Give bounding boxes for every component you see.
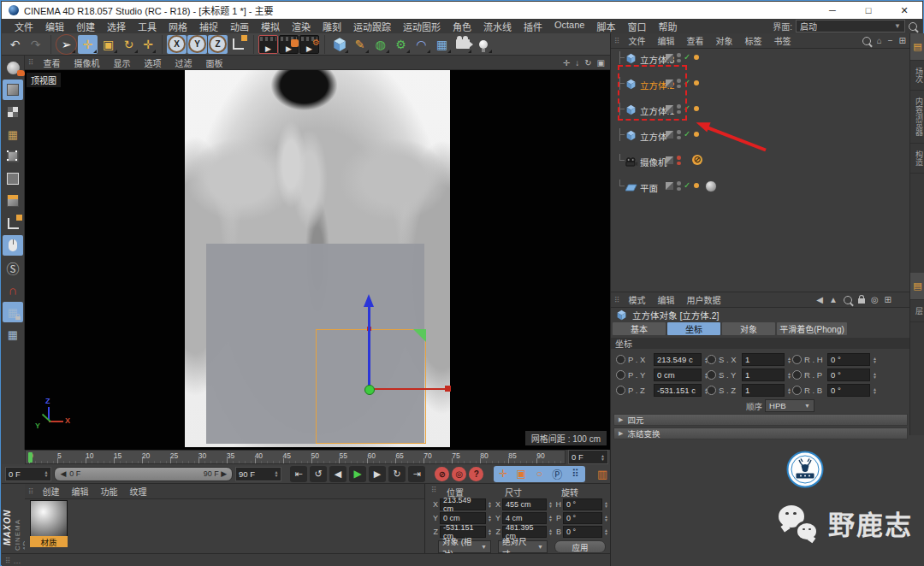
timeline-tick[interactable]: 85	[508, 451, 536, 463]
viewport-zoom-icon[interactable]: ↓	[575, 58, 579, 68]
menu-item[interactable]: 帮助	[652, 20, 683, 33]
key-rotation-button[interactable]: ○	[531, 467, 548, 481]
object-row-camera[interactable]: 摄像机 ⊘	[611, 154, 924, 167]
keyframe-circle[interactable]	[616, 370, 625, 380]
viewport-menu-item[interactable]: 查看	[37, 56, 68, 69]
camera-button[interactable]	[453, 35, 472, 54]
viewport-menu-item[interactable]: 摄像机	[68, 56, 107, 69]
timeline-tick[interactable]: 35	[227, 451, 255, 463]
stepper[interactable]: ▲▼	[488, 515, 492, 522]
minimize-button[interactable]: ─	[814, 2, 850, 19]
menu-item[interactable]: 编辑	[39, 20, 70, 33]
lock-z-axis-button[interactable]: Z	[208, 35, 228, 54]
material-menu-item[interactable]: 创建	[37, 485, 66, 498]
timeline-tick[interactable]: 80	[480, 451, 508, 463]
tab-coordinates[interactable]: 坐标	[667, 322, 720, 335]
keyframe-circle[interactable]	[792, 370, 802, 380]
timeline-scrubber[interactable]: ◀ 0 F 90 F ▶	[54, 467, 233, 481]
viewport-canvas[interactable]: Z X Y 顶视图 网格间距 : 100 cm	[25, 70, 610, 450]
timeline-tick[interactable]: 90	[536, 451, 565, 463]
scale-corner-handle[interactable]	[413, 329, 426, 342]
keyframe-circle[interactable]	[707, 386, 716, 395]
coord-size-x[interactable]: 455 cm	[502, 498, 547, 510]
key-pla-button[interactable]: ⠿	[567, 467, 583, 481]
edges-mode-button[interactable]	[3, 168, 23, 189]
z-axis-arrow[interactable]	[368, 306, 370, 389]
object-manager-menu-item[interactable]: 书签	[768, 34, 797, 47]
tag-dot-icon[interactable]	[694, 55, 699, 60]
timeline-tick[interactable]: 75	[452, 451, 480, 463]
key-parameter-button[interactable]: Ⓟ	[549, 467, 566, 481]
live-selection-tool[interactable]: ➢	[56, 34, 77, 55]
workplane-mode-button[interactable]: ▦	[3, 124, 23, 144]
history-up-icon[interactable]: ▲	[829, 295, 838, 304]
timeline-tick[interactable]: 55	[339, 451, 367, 463]
timeline-tick[interactable]: 30	[198, 451, 227, 463]
menu-item[interactable]: Octane	[548, 20, 590, 33]
maximize-button[interactable]: □	[850, 2, 886, 19]
enable-check-icon[interactable]: ✓	[684, 129, 690, 139]
start-frame-field[interactable]: 0 F▲▼	[5, 467, 51, 481]
apply-button[interactable]: 应用	[554, 540, 606, 553]
panel-grip[interactable]: ⠿	[611, 296, 623, 304]
play-button[interactable]: ▶	[349, 466, 366, 482]
viewport-pan-icon[interactable]: ✛	[563, 58, 570, 68]
tab-takes[interactable]: 场次	[910, 61, 924, 91]
current-frame-marker[interactable]	[28, 452, 33, 463]
spline-pen-button[interactable]: ✎	[350, 35, 370, 54]
history-back-icon[interactable]: ◀	[816, 295, 823, 304]
end-frame-field[interactable]: 90 F▲▼	[235, 467, 281, 481]
menu-item[interactable]: 文件	[9, 20, 39, 33]
object-manager-menu-item[interactable]: 对象	[710, 34, 739, 47]
viewport-solo-button[interactable]	[3, 235, 23, 256]
keyframe-circle[interactable]	[616, 386, 625, 395]
menu-item[interactable]: 窗口	[621, 20, 652, 33]
x-axis-line[interactable]	[369, 388, 448, 390]
subdivision-surface-button[interactable]: ◍	[370, 35, 390, 54]
coord-rot-p[interactable]: 0 °	[563, 512, 602, 524]
menu-item[interactable]: 动画	[224, 20, 255, 33]
tab-content-browser[interactable]: 内容浏览器	[910, 91, 924, 144]
phong-tag-icon[interactable]	[705, 180, 717, 192]
target-icon[interactable]: ◎	[871, 295, 879, 304]
viewport-menu-item[interactable]: 过滤	[169, 56, 199, 69]
frame-field[interactable]: 0 F ▲▼	[568, 450, 608, 464]
timeline-tick[interactable]: 0	[29, 451, 57, 463]
attribute-menu-item[interactable]: 编辑	[652, 293, 681, 306]
layer-square-icon[interactable]	[666, 54, 673, 62]
viewport-menu-item[interactable]: 显示	[107, 56, 138, 69]
viewport-toggle-icon[interactable]: ▣	[597, 58, 605, 68]
keyframe-circle[interactable]	[707, 370, 716, 380]
stepper[interactable]: ▲▼	[787, 387, 791, 394]
tag-dot-icon[interactable]	[694, 183, 699, 188]
protection-tag-icon[interactable]: ⊘	[692, 155, 702, 165]
position-mode-dropdown[interactable]: 对象 (相对)▼	[438, 540, 491, 553]
attribute-menu-item[interactable]: 用户数据	[681, 293, 727, 306]
stepper[interactable]: ▲▼	[873, 387, 877, 394]
search-icon[interactable]	[909, 22, 917, 31]
coord-pos-y[interactable]: 0 cm	[440, 512, 486, 524]
previous-key-button[interactable]: ↺	[310, 466, 327, 482]
object-manager-menu-item[interactable]: 查看	[681, 34, 710, 47]
timeline-tick[interactable]: 70	[424, 451, 452, 463]
pz-field[interactable]: -531.151 c	[654, 384, 702, 397]
keyframe-circle[interactable]	[616, 355, 625, 364]
spline-arc-button[interactable]: ◠	[412, 35, 431, 54]
stepper[interactable]: ▲▼	[787, 372, 791, 379]
menu-item[interactable]: 模拟	[255, 20, 286, 33]
menu-item[interactable]: 渲染	[286, 20, 317, 33]
px-field[interactable]: 213.549 c	[654, 353, 702, 366]
previous-frame-button[interactable]: ◀	[329, 466, 346, 482]
menu-item[interactable]: 工具	[132, 20, 163, 33]
object-manager-menu-item[interactable]: 编辑	[652, 34, 681, 47]
tab-structure[interactable]: 构造	[910, 144, 924, 174]
layer-square-icon[interactable]	[666, 182, 673, 190]
deformer-button[interactable]: ⚙	[391, 35, 411, 54]
timeline-tick[interactable]: 60	[367, 451, 395, 463]
material-menu-item[interactable]: 纹理	[124, 485, 153, 498]
rh-field[interactable]: 0 °	[827, 353, 870, 366]
autokey-button[interactable]: ⊘	[435, 467, 449, 481]
next-frame-button[interactable]: ▶	[369, 466, 386, 482]
menu-item[interactable]: 角色	[447, 20, 477, 33]
search-icon[interactable]	[862, 37, 871, 45]
